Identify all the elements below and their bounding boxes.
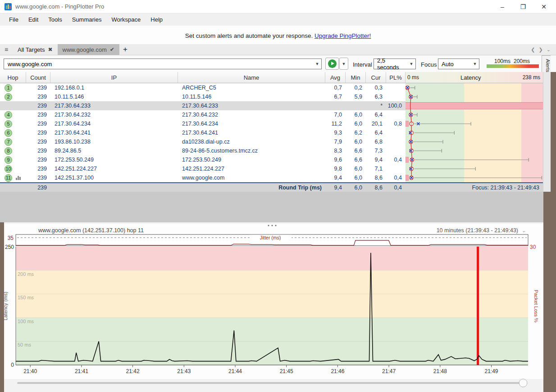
min-cell: 6,6 [346,146,366,155]
column-header-count[interactable]: Count [26,72,50,83]
hop-cell: 5 [0,119,26,128]
new-tab-button[interactable]: + [119,44,131,55]
name-cell: 217.30.64.232 [178,110,325,119]
time-range-chevron-icon[interactable]: ⌄ [522,228,526,233]
name-cell: 217.30.64.241 [178,128,325,137]
trace-row-hop-9[interactable]: 9239172.253.50.249172.253.50.2499,66,69,… [0,155,543,164]
column-header-cur[interactable]: Cur [366,72,386,83]
trace-row-hop-2[interactable]: 223910.11.5.14610.11.5.1466,75,96,3 [0,92,543,101]
round-trip-summary-row: 239Round Trip (ms)9,46,08,60,4Focus: 21:… [0,182,543,192]
tab-google[interactable]: www.google.com ✔ [58,44,119,55]
start-options-dropdown[interactable]: ▼ [339,58,348,70]
latency-graph-cell [406,155,543,164]
x-tick-label: 21:49 [484,368,498,374]
close-button[interactable]: ✕ [536,0,551,14]
x-tick-label: 21:42 [126,368,140,374]
trace-row-hop-7[interactable]: 7239193.86.10.238da10238.dial-up.cz7,96,… [0,137,543,146]
avg-cell: 9,8 [325,164,346,173]
menu-tools[interactable]: Tools [44,14,66,25]
column-header-hop[interactable]: Hop [0,72,26,83]
latency-graph-cell [406,137,543,146]
x-tick-label: 21:46 [331,368,344,374]
splitter-handle[interactable] [275,225,276,226]
ip-cell: 217.30.64.233 [50,101,178,110]
name-cell: 142.251.224.227 [178,164,325,173]
target-dropdown-icon[interactable]: ▼ [313,62,321,66]
tab-bar: ≡ All Targets ✖ www.google.com ✔ + ❮ ❯ ⌄ [0,44,556,55]
column-header-latency[interactable]: 0 msLatency238 ms [406,72,543,83]
menu-summaries[interactable]: Summaries [68,14,106,25]
time-graph-panel[interactable]: www.google.com (142.251.37.100) hop 1110… [0,222,556,392]
trace-row-hop-1[interactable]: 1239192.168.0.1ARCHER_C50,70,20,3 [0,83,543,92]
packet-loss-cell [386,146,406,155]
target-combobox[interactable]: www.google.com ▼ [4,59,322,69]
time-scrollbar-thumb[interactable] [519,379,527,387]
start-trace-button[interactable] [325,58,339,70]
tab-all-targets[interactable]: All Targets ✖ [13,44,58,55]
name-cell: 217.30.64.233 [178,101,325,110]
desktop-edge [551,76,556,192]
ip-cell: 217.30.64.241 [50,128,178,137]
target-input[interactable]: www.google.com [4,61,313,68]
minimize-button[interactable]: – [495,0,510,14]
title-bar[interactable]: www.google.com - PingPlotter Pro – ❐ ✕ [0,0,556,14]
avg-cell: 7,0 [325,110,346,119]
trace-row-hop-5[interactable]: 5239217.30.64.234217.30.64.23411,26,020,… [0,119,543,128]
summary-count: 239 [26,183,50,192]
trace-row-hop-4[interactable]: 4239217.30.64.232217.30.64.2327,06,06,4 [0,110,543,119]
packet-loss-event-bar [477,247,479,365]
zone-label: 100 ms [18,319,34,324]
latency-axis-min: 0 [11,362,14,368]
column-header-min[interactable]: Min [346,72,366,83]
time-range-selector[interactable]: 10 minutes (21:39:43 - 21:49:43) [437,227,518,234]
trace-row-hop-unknown[interactable]: 239217.30.64.233217.30.64.233*100,0 [0,101,543,110]
tab-close-icon[interactable]: ✖ [48,46,52,53]
tab-scroll-left-icon[interactable]: ❮ [531,47,535,53]
menu-workspace[interactable]: Workspace [107,14,145,25]
column-header-pl[interactable]: PL% [386,72,406,83]
x-tick-label: 21:40 [23,368,37,374]
count-cell: 239 [26,164,50,173]
packet-loss-100-bar [406,102,543,109]
avg-cell: 9,4 [325,173,346,182]
splitter-handle[interactable] [268,225,269,226]
tab-menu-icon[interactable]: ≡ [0,44,13,55]
interval-select[interactable]: 2,5 seconds ▼ [374,59,416,69]
focus-select[interactable]: Auto ▼ [438,59,479,69]
cur-cell: 9,4 [366,155,386,164]
tab-scroll-right-icon[interactable]: ❯ [539,47,543,53]
upgrade-link[interactable]: Upgrade PingPlotter! [314,32,371,39]
splitter-handle[interactable] [271,225,273,226]
column-header-ip[interactable]: IP [50,72,178,83]
column-header-name[interactable]: Name [178,72,325,83]
menu-bar: File Edit Tools Summaries Workspace Help [0,14,556,26]
cur-cell: 8,6 [366,173,386,182]
trace-row-hop-10[interactable]: 10239142.251.224.227142.251.224.2279,86,… [0,164,543,173]
tab-list-icon[interactable]: ⌄ [547,47,551,53]
focus-label: Focus [421,61,437,68]
trace-row-hop-11[interactable]: 11239142.251.37.100www.google.com9,46,08… [0,173,543,182]
interval-dropdown-icon: ▼ [407,62,415,66]
trace-row-hop-6[interactable]: 6239217.30.64.241217.30.64.2419,36,26,4 [0,128,543,137]
hop-number-badge: 1 [5,84,12,92]
play-icon [328,59,337,68]
focus-dropdown-icon: ▼ [471,62,479,66]
column-header-avg[interactable]: Avg [325,72,346,83]
menu-help[interactable]: Help [146,14,167,25]
jitter-max-label: 35 [8,235,14,241]
summary-cur: 8,6 [366,183,386,192]
hop-cell: 8 [0,146,26,155]
latency-graph-cell [406,92,543,101]
summary-pl: 0,4 [386,183,406,192]
latency-graph-cell [406,119,543,128]
hop-number-badge: 10 [5,165,12,173]
menu-edit[interactable]: Edit [24,14,43,25]
app-logo-icon [5,3,12,10]
trace-row-hop-8[interactable]: 823989.24.86.589-24-86-5.customers.tmcz.… [0,146,543,155]
hop-cell: 6 [0,128,26,137]
ip-cell: 192.168.0.1 [50,83,178,92]
graphed-row-icon [16,176,21,180]
min-cell: 6,2 [346,128,366,137]
maximize-button[interactable]: ❐ [515,0,531,14]
menu-file[interactable]: File [5,14,23,25]
